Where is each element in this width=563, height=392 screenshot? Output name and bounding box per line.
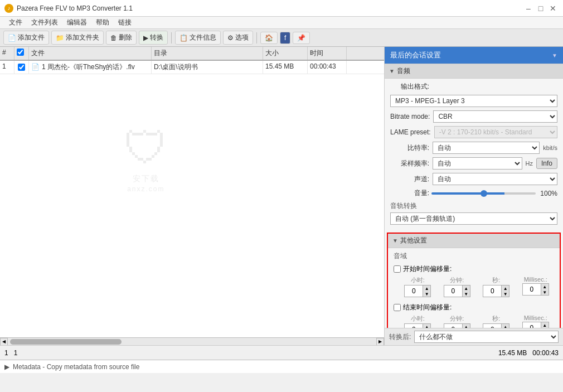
volume-pct: 100% xyxy=(538,190,557,197)
end-hour-input[interactable] xyxy=(405,324,423,328)
minimize-button[interactable]: – xyxy=(523,3,534,14)
title-bar: ♪ Pazera Free FLV to MP3 Converter 1.1 –… xyxy=(0,0,563,17)
window-controls[interactable]: – □ ✕ xyxy=(523,3,559,14)
col-size: 大小 xyxy=(263,47,308,60)
home-button[interactable]: 🏠 xyxy=(260,32,278,44)
table-row[interactable]: 1 📄1 周杰伦-《听TheShy的话》.flv D:\桌面\说明书 15.45… xyxy=(0,61,384,74)
audio-track-select[interactable]: 自动 (第一音频轨道) xyxy=(390,212,557,225)
start-ms-input[interactable] xyxy=(523,284,541,295)
file-count-1: 1 xyxy=(4,349,8,357)
add-file-button[interactable]: 📄 添加文件 xyxy=(3,31,49,45)
end-second-up[interactable]: ▲ xyxy=(501,324,509,328)
app-title: Pazera Free FLV to MP3 Converter 1.1 xyxy=(17,4,133,12)
select-all-checkbox[interactable] xyxy=(17,49,24,56)
lame-preset-select: -V 2 : 170-210 kbit/s - Standard xyxy=(434,126,557,138)
end-ms-input[interactable] xyxy=(523,322,541,328)
sample-rate-unit: Hz xyxy=(526,160,533,167)
end-offset-checkbox[interactable] xyxy=(394,304,401,311)
options-label: 选项 xyxy=(235,33,249,42)
sample-rate-select[interactable]: 自动 xyxy=(433,157,522,170)
cell-check[interactable] xyxy=(14,61,29,74)
bitrate-mode-select[interactable]: CBR xyxy=(433,110,557,123)
maximize-button[interactable]: □ xyxy=(535,3,546,14)
start-second-up[interactable]: ▲ xyxy=(501,285,509,291)
volume-slider[interactable] xyxy=(431,192,536,195)
start-second-down[interactable]: ▼ xyxy=(501,291,509,297)
file-info-button[interactable]: 📋 文件信息 xyxy=(175,31,221,45)
start-ms-down[interactable]: ▼ xyxy=(541,289,549,295)
end-ms-field: Millisec.: ▲ ▼ xyxy=(517,314,555,328)
col-filename: 文件 xyxy=(29,47,152,60)
end-ms-up[interactable]: ▲ xyxy=(541,322,549,328)
row-checkbox[interactable] xyxy=(18,64,25,71)
bitrate-mode-label: Bitrate mode: xyxy=(390,113,430,120)
close-button[interactable]: ✕ xyxy=(547,3,559,14)
pin-button[interactable]: 📌 xyxy=(293,32,310,44)
convert-after-label: 转换后: xyxy=(389,332,411,342)
right-scrollable[interactable]: 最后的会话设置 ▼ ▼ 音频 输出格式: MP3 - MPEG-1 Layer xyxy=(385,47,563,328)
hscroll-thumb[interactable] xyxy=(10,339,122,345)
hscroll-area[interactable]: ◀ ▶ xyxy=(0,337,384,345)
start-hour-up[interactable]: ▲ xyxy=(423,285,430,291)
convert-after-select[interactable]: 什么都不做 xyxy=(414,331,559,343)
start-ms-up[interactable]: ▲ xyxy=(541,284,549,289)
scroll-left-btn[interactable]: ◀ xyxy=(0,338,8,346)
delete-button[interactable]: 🗑 删除 xyxy=(106,31,137,45)
output-format-select[interactable]: MP3 - MPEG-1 Layer 3 xyxy=(390,95,557,107)
end-second-field: 秒: ▲ ▼ xyxy=(478,314,515,328)
menu-file[interactable]: 文件 xyxy=(4,17,27,28)
options-button[interactable]: ⚙ 选项 xyxy=(223,31,253,45)
lame-preset-label: LAME preset: xyxy=(390,128,431,136)
separator-2 xyxy=(256,32,257,43)
sample-rate-row: 采样频率: 自动 Hz Info xyxy=(390,157,557,170)
volume-label: 音量: xyxy=(390,188,429,198)
start-hour-down[interactable]: ▼ xyxy=(423,291,430,297)
menu-bar: 文件 文件列表 编辑器 帮助 链接 xyxy=(0,17,563,29)
metadata-icon: ▶ xyxy=(4,363,9,371)
end-minute-input[interactable] xyxy=(444,324,462,328)
end-minute-up[interactable]: ▲ xyxy=(462,324,470,328)
start-second-label: 秒: xyxy=(492,276,500,284)
start-offset-checkbox[interactable] xyxy=(394,265,401,273)
end-second-label: 秒: xyxy=(492,314,500,323)
menu-filelist[interactable]: 文件列表 xyxy=(27,17,62,28)
start-second-input[interactable] xyxy=(483,285,501,297)
start-ms-spin: ▲ ▼ xyxy=(541,284,549,295)
start-hour-input[interactable] xyxy=(405,285,423,297)
start-ms-label: Millisec.: xyxy=(524,276,547,283)
end-second-input[interactable] xyxy=(483,324,501,328)
end-hour-up[interactable]: ▲ xyxy=(423,324,430,328)
col-dir: 目录 xyxy=(152,47,263,60)
audio-section-title: ▼ 音频 xyxy=(385,64,563,79)
audio-domain-label: 音域 xyxy=(394,251,554,261)
convert-button[interactable]: ▶ 转换 xyxy=(139,31,168,45)
facebook-button[interactable]: f xyxy=(280,32,290,44)
add-folder-button[interactable]: 📁 添加文件夹 xyxy=(51,31,104,45)
start-minute-up[interactable]: ▲ xyxy=(462,285,470,291)
other-section-body: 音域 开始时间偏移量: 小时: xyxy=(388,248,560,328)
bitrate-select[interactable]: 自动 xyxy=(433,142,540,154)
file-list-area: # 文件 目录 大小 时间 1 📄1 周杰伦-《听TheShy的话》.flv xyxy=(0,47,385,345)
info-button[interactable]: Info xyxy=(536,158,557,169)
start-minute-input[interactable] xyxy=(444,285,462,297)
start-offset-label: 开始时间偏移量: xyxy=(403,264,452,274)
start-minute-label: 分钟: xyxy=(450,276,464,284)
convert-label: 转换 xyxy=(150,33,163,42)
file-table[interactable]: # 文件 目录 大小 时间 1 📄1 周杰伦-《听TheShy的话》.flv xyxy=(0,47,384,337)
metadata-text: Metadata - Copy metadata from source fil… xyxy=(13,363,139,371)
sample-rate-label: 采样频率: xyxy=(390,159,429,168)
channel-row: 声道: 自动 xyxy=(390,173,557,185)
menu-link[interactable]: 链接 xyxy=(114,17,136,28)
end-minute-field: 分钟: ▲ ▼ xyxy=(439,314,476,328)
menu-editor[interactable]: 编辑器 xyxy=(62,17,91,28)
col-check[interactable] xyxy=(14,47,29,60)
bottom-bar: 1 1 15.45 MB 00:00:43 xyxy=(0,345,563,360)
end-ms-label: Millisec.: xyxy=(524,314,547,321)
scroll-right-btn[interactable]: ▶ xyxy=(376,338,384,346)
channel-select[interactable]: 自动 xyxy=(433,173,557,185)
start-minute-down[interactable]: ▼ xyxy=(462,291,470,297)
cell-filename: 📄1 周杰伦-《听TheShy的话》.flv xyxy=(29,61,152,74)
metadata-bar: ▶ Metadata - Copy metadata from source f… xyxy=(0,360,563,373)
menu-help[interactable]: 帮助 xyxy=(91,17,114,28)
watermark-shield-icon: 🛡 xyxy=(124,123,168,174)
